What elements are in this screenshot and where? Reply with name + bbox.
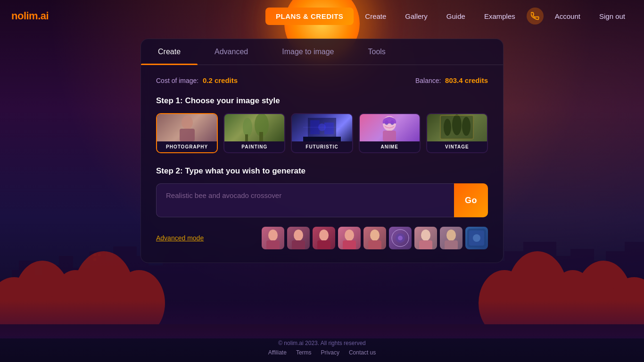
svg-point-80: [294, 230, 303, 241]
gallery-thumb-9[interactable]: [465, 227, 488, 249]
footer-privacy[interactable]: Privacy: [321, 349, 339, 356]
gallery-thumb-6-content: [389, 227, 412, 249]
gallery-thumb-8-content: [440, 227, 462, 249]
logo-text: nolim.ai: [11, 10, 49, 22]
tab-create[interactable]: Create: [141, 39, 198, 65]
header: nolim.ai PLANS & CREDITS Create Gallery …: [0, 0, 644, 32]
tabs-container: Create Advanced Image to image Tools: [141, 39, 503, 65]
guide-nav-button[interactable]: Guide: [439, 8, 473, 25]
style-photography-label: PHOTOGRAPHY: [157, 141, 217, 152]
style-painting-label: PAINTING: [224, 141, 284, 152]
footer-contact[interactable]: Contact us: [349, 349, 376, 356]
gallery-thumb-2[interactable]: [287, 227, 310, 249]
style-vintage[interactable]: VINTAGE: [426, 113, 488, 153]
svg-rect-57: [180, 129, 195, 141]
svg-rect-92: [419, 240, 432, 249]
gallery-thumb-1-content: [262, 227, 284, 249]
gallery-thumb-7[interactable]: [414, 227, 437, 249]
svg-point-82: [319, 230, 329, 241]
plans-credits-button[interactable]: PLANS & CREDITS: [265, 8, 354, 25]
card-content: Cost of image: 0.2 credits Balance: 803.…: [141, 65, 503, 217]
svg-point-91: [421, 230, 430, 241]
svg-point-93: [446, 230, 456, 241]
cost-value: 0.2 credits: [201, 76, 238, 84]
svg-rect-62: [259, 132, 263, 141]
footer-terms[interactable]: Terms: [296, 349, 312, 356]
footer-affiliate[interactable]: Affiliate: [268, 349, 287, 356]
balance-value: 803.4 credits: [443, 76, 488, 84]
gallery-thumb-5-content: [363, 227, 386, 249]
nav: PLANS & CREDITS Create Gallery Guide Exa…: [265, 8, 633, 25]
gallery-thumb-8[interactable]: [440, 227, 462, 249]
svg-rect-65: [324, 123, 334, 134]
step1-heading: Step 1: Choose your image style: [156, 96, 488, 106]
svg-rect-94: [445, 240, 458, 249]
cost-label: Cost of image:: [156, 77, 198, 84]
tab-image-to-image[interactable]: Image to image: [265, 39, 351, 65]
main-card: Create Advanced Image to image Tools Cos…: [140, 39, 504, 263]
style-vintage-thumb: [427, 114, 487, 141]
meta-row: Cost of image: 0.2 credits Balance: 803.…: [156, 76, 488, 85]
gallery-thumb-6[interactable]: [389, 227, 412, 249]
footer-links: Affiliate Terms Privacy Contact us: [268, 349, 376, 356]
gallery-thumb-1[interactable]: [262, 227, 284, 249]
style-vintage-label: VINTAGE: [427, 141, 487, 152]
svg-rect-87: [368, 240, 381, 249]
svg-point-86: [370, 230, 380, 241]
gallery-thumb-2-content: [287, 227, 310, 249]
footer: © nolim.ai 2023. All rights reserved Aff…: [0, 334, 644, 362]
style-futuristic-label: FUTURISTIC: [292, 141, 352, 152]
style-anime[interactable]: ANIME: [359, 113, 421, 153]
svg-point-97: [473, 234, 480, 242]
svg-point-74: [444, 119, 451, 136]
style-painting[interactable]: PAINTING: [223, 113, 285, 153]
footer-copyright: © nolim.ai 2023. All rights reserved: [278, 340, 366, 346]
balance-info: Balance: 803.4 credits: [415, 76, 488, 85]
bottom-row: Advanced mode: [141, 227, 503, 249]
svg-point-84: [345, 230, 354, 241]
svg-rect-85: [343, 240, 356, 249]
style-options: PHOTOGRAPHY PAINTING: [156, 113, 488, 153]
cost-info: Cost of image: 0.2 credits: [156, 76, 238, 85]
logo[interactable]: nolim.ai: [11, 10, 49, 22]
gallery-thumb-9-content: [465, 227, 488, 249]
svg-point-56: [182, 116, 193, 129]
tab-advanced[interactable]: Advanced: [198, 39, 265, 65]
gallery-thumb-4-content: [338, 227, 361, 249]
style-anime-label: ANIME: [360, 141, 420, 152]
gallery-thumb-4[interactable]: [338, 227, 361, 249]
prompt-row: Go: [156, 183, 488, 217]
go-button[interactable]: Go: [454, 183, 488, 217]
svg-rect-81: [292, 240, 305, 249]
svg-rect-79: [266, 240, 280, 249]
gallery-thumb-7-content: [414, 227, 437, 249]
prompt-input[interactable]: [156, 183, 454, 217]
gallery-thumbs: [262, 227, 488, 249]
gallery-nav-button[interactable]: Gallery: [397, 8, 435, 25]
gallery-thumb-3-content: [313, 227, 335, 249]
fog-overlay: [0, 301, 644, 338]
advanced-mode-button[interactable]: Advanced mode: [156, 234, 204, 242]
gallery-thumb-5[interactable]: [363, 227, 386, 249]
style-photography[interactable]: PHOTOGRAPHY: [156, 113, 218, 153]
signout-nav-button[interactable]: Sign out: [592, 8, 633, 25]
tab-tools[interactable]: Tools: [351, 39, 402, 65]
notification-icon-button[interactable]: [527, 8, 544, 25]
svg-point-67: [318, 123, 326, 131]
style-futuristic[interactable]: FUTURISTIC: [291, 113, 353, 153]
svg-point-59: [243, 118, 252, 137]
step2-heading: Step 2: Type what you wish to generate: [156, 166, 488, 176]
create-nav-button[interactable]: Create: [357, 8, 394, 25]
examples-nav-button[interactable]: Examples: [477, 8, 523, 25]
account-nav-button[interactable]: Account: [547, 8, 588, 25]
svg-point-75: [452, 115, 462, 135]
style-anime-thumb: [360, 114, 420, 141]
gallery-thumb-3[interactable]: [313, 227, 335, 249]
style-photography-thumb: [157, 114, 217, 141]
balance-label: Balance:: [415, 77, 441, 84]
style-futuristic-thumb: [292, 114, 352, 141]
svg-rect-72: [383, 131, 396, 141]
svg-point-90: [398, 236, 403, 240]
svg-point-76: [462, 117, 471, 136]
svg-point-78: [268, 230, 278, 241]
